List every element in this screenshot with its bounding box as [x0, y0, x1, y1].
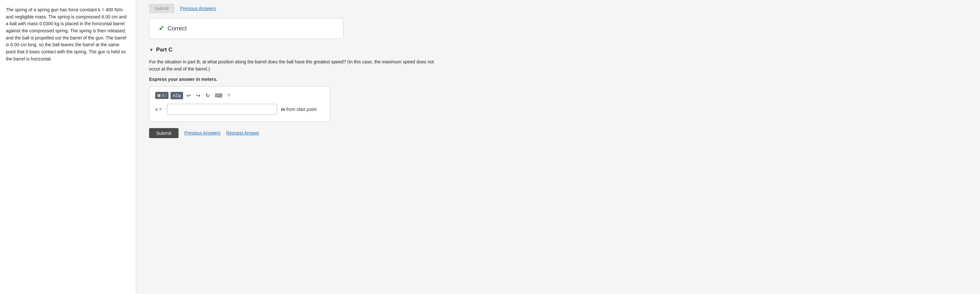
unit-label: m from start point: [281, 107, 317, 112]
radical-icon: √□: [162, 93, 166, 98]
redo-btn[interactable]: ↪: [194, 92, 202, 99]
keyboard-btn[interactable]: ⌨: [213, 92, 224, 99]
request-answer-link[interactable]: Request Answer: [226, 130, 259, 136]
toolbar: √□ ΑΣφ ↩ ↪ ↻ ⌨ ?: [155, 92, 325, 99]
input-row: x = m from start point: [155, 104, 325, 115]
bottom-bar: Submit Previous Answers Request Answer: [149, 128, 967, 138]
express-label: Express your answer in meters.: [149, 77, 967, 82]
format-radical-btn[interactable]: √□: [155, 92, 169, 99]
page-container: The spring of a spring gun has force con…: [0, 0, 980, 294]
unit-m: m: [281, 107, 285, 112]
part-c-title: Part C: [156, 47, 172, 53]
submit-btn-top[interactable]: Submit: [149, 4, 174, 13]
submit-btn-main[interactable]: Submit: [149, 128, 178, 138]
answer-input[interactable]: [167, 104, 277, 115]
input-label: x =: [155, 106, 164, 112]
help-btn[interactable]: ?: [226, 92, 231, 99]
refresh-btn[interactable]: ↻: [204, 92, 211, 99]
greek-btn[interactable]: ΑΣφ: [170, 92, 183, 99]
answer-box: √□ ΑΣφ ↩ ↪ ↻ ⌨ ? x = m from start point: [149, 86, 331, 122]
prev-answers-link-bottom[interactable]: Previous Answers: [185, 130, 220, 136]
undo-btn[interactable]: ↩: [185, 92, 192, 99]
correct-box: ✓ Correct: [149, 18, 344, 39]
prev-answers-link-top[interactable]: Previous Answers: [180, 6, 216, 11]
part-c-section: ▼ Part C For the situation in part B, at…: [149, 47, 967, 138]
correct-label: Correct: [167, 25, 187, 32]
problem-text: The spring of a spring gun has force con…: [6, 6, 130, 63]
question-text: For the situation in part B, at what pos…: [149, 58, 441, 73]
small-square-icon: [158, 94, 161, 97]
correct-check-icon: ✓: [159, 24, 164, 33]
top-bar: Submit Previous Answers: [149, 4, 967, 13]
unit-from-start: from start point: [286, 107, 316, 112]
left-panel: The spring of a spring gun has force con…: [0, 0, 136, 294]
part-c-header[interactable]: ▼ Part C: [149, 47, 967, 53]
collapse-arrow-icon: ▼: [149, 47, 154, 52]
right-panel: Submit Previous Answers ✓ Correct ▼ Part…: [136, 0, 980, 294]
